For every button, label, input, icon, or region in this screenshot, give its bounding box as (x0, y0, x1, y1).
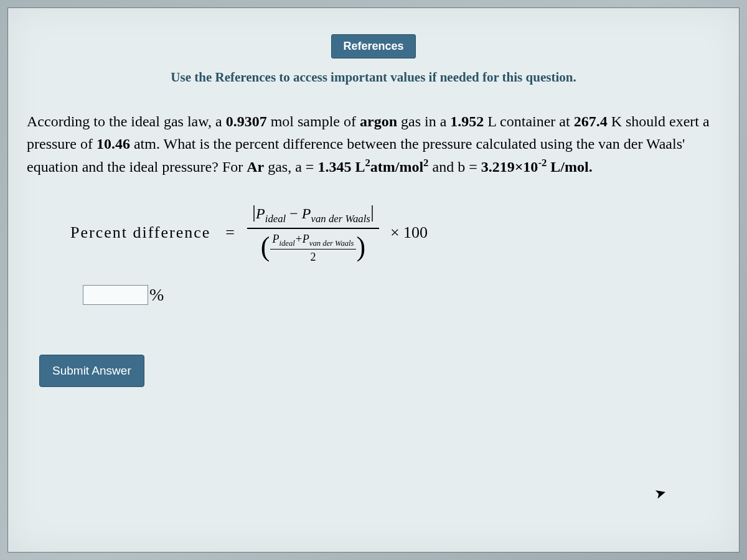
plus-sign: + (295, 233, 303, 245)
question-value-pressure: 10.46 (96, 136, 130, 152)
question-value-volume: 1.952 (450, 113, 484, 129)
inner-numerator: Pideal+Pvan der Waals (270, 233, 357, 250)
minus-sign: − (286, 205, 302, 222)
references-button[interactable]: References (331, 34, 415, 58)
question-sup: -2 (538, 157, 547, 169)
fraction: |Pideal − Pvan der Waals| ( Pideal+Pvan … (247, 202, 379, 264)
formula-label: Percent difference (70, 223, 210, 242)
fraction-numerator: |Pideal − Pvan der Waals| (247, 202, 379, 229)
submit-answer-button[interactable]: Submit Answer (39, 355, 144, 387)
question-text: According to the ideal gas law, a 0.9307… (27, 110, 720, 178)
answer-input[interactable] (83, 285, 148, 305)
percent-unit: % (149, 285, 164, 305)
question-fragment: gas, a = (264, 159, 317, 175)
sub-ideal: ideal (265, 213, 286, 225)
formula: Percent difference = |Pideal − Pvan der … (8, 202, 739, 264)
question-fragment: atm/mol (370, 159, 423, 175)
var-p: P (256, 205, 265, 222)
fraction-denominator: ( Pideal+Pvan der Waals 2 ) (256, 229, 370, 264)
equals-sign: = (225, 223, 235, 242)
question-fragment: L (351, 159, 365, 175)
question-sup: 2 (423, 157, 428, 169)
times-100: × 100 (390, 223, 428, 242)
question-gas-name: argon (360, 113, 397, 129)
var-p: P (302, 205, 311, 222)
question-fragment: L container at (484, 113, 573, 129)
question-fragment: L/mol. (547, 159, 592, 175)
instruction-text: Use the References to access important v… (8, 70, 739, 85)
abs-bar: | (370, 201, 374, 222)
question-gas-symbol: Ar (247, 159, 264, 175)
inner-denominator: 2 (308, 250, 318, 264)
question-value-a: 1.345 (317, 159, 351, 175)
var-p: P (273, 233, 280, 245)
question-value-b: 3.219×10 (481, 159, 538, 175)
question-fragment: gas in a (397, 113, 450, 129)
right-paren: ) (356, 233, 365, 261)
sub-ideal: ideal (280, 238, 295, 247)
sub-vdw: van der Waals (311, 213, 370, 225)
sub-vdw: van der Waals (309, 238, 354, 247)
left-paren: ( (261, 233, 270, 261)
question-value-temp: 267.4 (574, 113, 608, 129)
question-fragment: and b = (429, 159, 481, 175)
question-value-mol: 0.9307 (226, 113, 267, 129)
inner-fraction: Pideal+Pvan der Waals 2 (270, 233, 357, 264)
question-fragment: mol sample of (267, 113, 360, 129)
question-sup: 2 (365, 157, 370, 169)
question-fragment: According to the ideal gas law, a (27, 113, 226, 129)
abs-bar: | (252, 201, 256, 222)
var-p: P (303, 233, 309, 245)
